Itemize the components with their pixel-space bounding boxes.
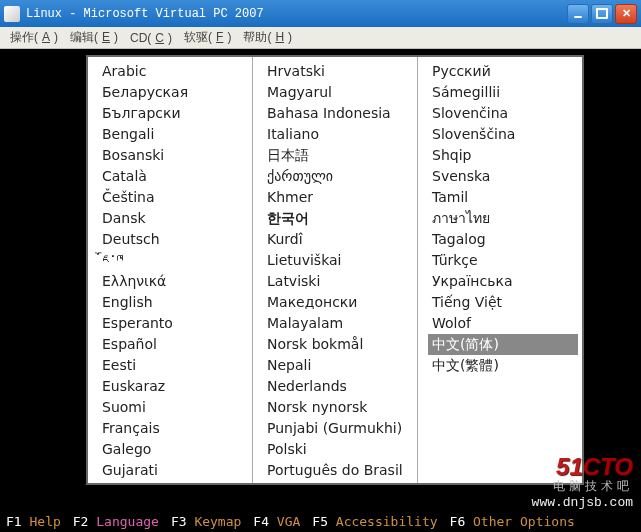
language-option[interactable]: ქართული	[263, 166, 417, 187]
language-option[interactable]: Türkçe	[428, 250, 582, 271]
app-icon	[4, 6, 20, 22]
function-key-bar: F1 HelpF2 LanguageF3 KeymapF4 VGAF5 Acce…	[0, 510, 641, 532]
language-option[interactable]: Suomi	[98, 397, 252, 418]
fkey-f3[interactable]: F3 Keymap	[171, 514, 241, 529]
watermark-url: www.dnjsb.com	[532, 495, 633, 510]
language-option[interactable]: Nepali	[263, 355, 417, 376]
language-option[interactable]: ཇོཾ་ཁ	[98, 250, 252, 271]
menubar: 操作(A)编辑(E)CD(C)软驱(F)帮助(H)	[0, 27, 641, 49]
language-option[interactable]: Bengali	[98, 124, 252, 145]
fkey-f4[interactable]: F4 VGA	[253, 514, 300, 529]
language-option[interactable]: Tamil	[428, 187, 582, 208]
language-option[interactable]: Khmer	[263, 187, 417, 208]
language-option[interactable]: 中文(繁體)	[428, 355, 582, 376]
minimize-button[interactable]	[567, 4, 589, 24]
language-option[interactable]: Arabic	[98, 61, 252, 82]
menu-帮助[interactable]: 帮助(H)	[239, 27, 296, 48]
language-option[interactable]: Deutsch	[98, 229, 252, 250]
language-option[interactable]: 한국어	[263, 208, 417, 229]
language-option[interactable]: Português do Brasil	[263, 460, 417, 481]
fkey-f1[interactable]: F1 Help	[6, 514, 61, 529]
language-option[interactable]: Shqip	[428, 145, 582, 166]
window-title: Linux - Microsoft Virtual PC 2007	[26, 7, 567, 21]
language-option[interactable]: Italiano	[263, 124, 417, 145]
language-option[interactable]: Tiếng Việt	[428, 292, 582, 313]
language-option[interactable]: Bosanski	[98, 145, 252, 166]
language-option[interactable]: Nederlands	[263, 376, 417, 397]
language-option[interactable]: Euskaraz	[98, 376, 252, 397]
language-column: РусскийSámegilliiSlovenčinaSlovenščinaSh…	[418, 57, 582, 483]
language-option[interactable]: Беларуская	[98, 82, 252, 103]
language-option[interactable]: Français	[98, 418, 252, 439]
language-option[interactable]: Wolof	[428, 313, 582, 334]
language-option[interactable]: Русский	[428, 61, 582, 82]
language-option[interactable]: ภาษาไทย	[428, 208, 582, 229]
language-option[interactable]: Malayalam	[263, 313, 417, 334]
language-option[interactable]: English	[98, 292, 252, 313]
language-option[interactable]: Bahasa Indonesia	[263, 103, 417, 124]
language-option[interactable]: Español	[98, 334, 252, 355]
language-option[interactable]: Esperanto	[98, 313, 252, 334]
window-titlebar: Linux - Microsoft Virtual PC 2007	[0, 0, 641, 27]
language-option[interactable]: Hrvatski	[263, 61, 417, 82]
language-option[interactable]: Slovenščina	[428, 124, 582, 145]
language-option[interactable]: Sámegillii	[428, 82, 582, 103]
language-column: ArabicБеларускаяБългарскиBengaliBosanski…	[88, 57, 253, 483]
menu-CD[interactable]: CD(C)	[126, 29, 176, 47]
language-option[interactable]: Tagalog	[428, 229, 582, 250]
language-option[interactable]: Latviski	[263, 271, 417, 292]
language-option[interactable]: Svenska	[428, 166, 582, 187]
language-option[interactable]: Български	[98, 103, 252, 124]
maximize-button[interactable]	[591, 4, 613, 24]
language-option[interactable]: Македонски	[263, 292, 417, 313]
menu-软驱[interactable]: 软驱(F)	[180, 27, 235, 48]
language-column: HrvatskiMagyarulBahasa IndonesiaItaliano…	[253, 57, 418, 483]
language-option[interactable]: Slovenčina	[428, 103, 582, 124]
fkey-f5[interactable]: F5 Accessibility	[312, 514, 437, 529]
language-option[interactable]: Português	[263, 481, 417, 483]
language-option[interactable]: Magyarul	[263, 82, 417, 103]
menu-编辑[interactable]: 编辑(E)	[66, 27, 122, 48]
menu-操作[interactable]: 操作(A)	[6, 27, 62, 48]
language-option[interactable]: Українська	[428, 271, 582, 292]
language-option[interactable]: Norsk bokmål	[263, 334, 417, 355]
language-option[interactable]: Ελληνικά	[98, 271, 252, 292]
language-option[interactable]: Eesti	[98, 355, 252, 376]
language-option[interactable]: Lietuviškai	[263, 250, 417, 271]
vm-screen: ArabicБеларускаяБългарскиBengaliBosanski…	[0, 49, 641, 532]
language-selection-dialog: ArabicБеларускаяБългарскиBengaliBosanski…	[86, 55, 584, 485]
language-option[interactable]: Gujarati	[98, 460, 252, 481]
language-option[interactable]: 中文(简体)	[428, 334, 578, 355]
language-option[interactable]: Polski	[263, 439, 417, 460]
window-controls	[567, 4, 637, 24]
language-option[interactable]: Dansk	[98, 208, 252, 229]
language-option[interactable]: Punjabi (Gurmukhi)	[263, 418, 417, 439]
close-button[interactable]	[615, 4, 637, 24]
language-option[interactable]: Kurdî	[263, 229, 417, 250]
language-option[interactable]: Galego	[98, 439, 252, 460]
language-option[interactable]: עברית	[98, 481, 252, 483]
language-option[interactable]: Català	[98, 166, 252, 187]
language-option[interactable]: Čeština	[98, 187, 252, 208]
fkey-f2[interactable]: F2 Language	[73, 514, 159, 529]
language-option[interactable]: Norsk nynorsk	[263, 397, 417, 418]
language-option[interactable]: 日本語	[263, 145, 417, 166]
fkey-f6[interactable]: F6 Other Options	[450, 514, 575, 529]
